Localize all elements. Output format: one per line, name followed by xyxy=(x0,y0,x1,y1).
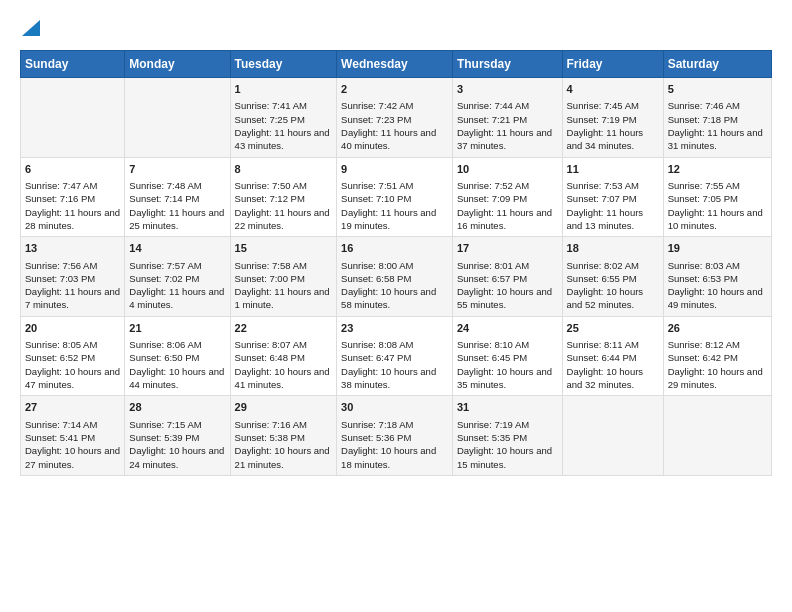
week-row-5: 27Sunrise: 7:14 AMSunset: 5:41 PMDayligh… xyxy=(21,396,772,476)
day-cell: 21Sunrise: 8:06 AMSunset: 6:50 PMDayligh… xyxy=(125,316,230,396)
daylight-text: Daylight: 11 hours and 13 minutes. xyxy=(567,206,659,233)
sunrise-text: Sunrise: 7:19 AM xyxy=(457,418,558,431)
day-cell: 18Sunrise: 8:02 AMSunset: 6:55 PMDayligh… xyxy=(562,237,663,317)
day-cell: 17Sunrise: 8:01 AMSunset: 6:57 PMDayligh… xyxy=(452,237,562,317)
day-cell: 29Sunrise: 7:16 AMSunset: 5:38 PMDayligh… xyxy=(230,396,337,476)
day-number: 1 xyxy=(235,82,333,97)
sunset-text: Sunset: 5:39 PM xyxy=(129,431,225,444)
day-header-thursday: Thursday xyxy=(452,51,562,78)
day-cell: 9Sunrise: 7:51 AMSunset: 7:10 PMDaylight… xyxy=(337,157,453,237)
sunset-text: Sunset: 6:53 PM xyxy=(668,272,767,285)
day-header-monday: Monday xyxy=(125,51,230,78)
sunrise-text: Sunrise: 7:48 AM xyxy=(129,179,225,192)
sunset-text: Sunset: 6:58 PM xyxy=(341,272,448,285)
day-number: 9 xyxy=(341,162,448,177)
day-header-wednesday: Wednesday xyxy=(337,51,453,78)
day-number: 21 xyxy=(129,321,225,336)
daylight-text: Daylight: 11 hours and 43 minutes. xyxy=(235,126,333,153)
daylight-text: Daylight: 10 hours and 49 minutes. xyxy=(668,285,767,312)
day-number: 10 xyxy=(457,162,558,177)
day-number: 26 xyxy=(668,321,767,336)
week-row-3: 13Sunrise: 7:56 AMSunset: 7:03 PMDayligh… xyxy=(21,237,772,317)
sunset-text: Sunset: 7:02 PM xyxy=(129,272,225,285)
day-number: 17 xyxy=(457,241,558,256)
day-number: 27 xyxy=(25,400,120,415)
sunrise-text: Sunrise: 8:10 AM xyxy=(457,338,558,351)
day-number: 7 xyxy=(129,162,225,177)
sunset-text: Sunset: 7:19 PM xyxy=(567,113,659,126)
day-number: 24 xyxy=(457,321,558,336)
calendar-header: SundayMondayTuesdayWednesdayThursdayFrid… xyxy=(21,51,772,78)
day-number: 22 xyxy=(235,321,333,336)
day-cell: 6Sunrise: 7:47 AMSunset: 7:16 PMDaylight… xyxy=(21,157,125,237)
sunset-text: Sunset: 7:21 PM xyxy=(457,113,558,126)
sunset-text: Sunset: 7:03 PM xyxy=(25,272,120,285)
day-number: 31 xyxy=(457,400,558,415)
day-number: 14 xyxy=(129,241,225,256)
daylight-text: Daylight: 11 hours and 28 minutes. xyxy=(25,206,120,233)
sunset-text: Sunset: 7:14 PM xyxy=(129,192,225,205)
day-cell: 30Sunrise: 7:18 AMSunset: 5:36 PMDayligh… xyxy=(337,396,453,476)
daylight-text: Daylight: 10 hours and 18 minutes. xyxy=(341,444,448,471)
week-row-1: 1Sunrise: 7:41 AMSunset: 7:25 PMDaylight… xyxy=(21,78,772,158)
sunrise-text: Sunrise: 7:18 AM xyxy=(341,418,448,431)
sunrise-text: Sunrise: 7:55 AM xyxy=(668,179,767,192)
sunrise-text: Sunrise: 7:44 AM xyxy=(457,99,558,112)
sunrise-text: Sunrise: 7:45 AM xyxy=(567,99,659,112)
day-cell: 28Sunrise: 7:15 AMSunset: 5:39 PMDayligh… xyxy=(125,396,230,476)
sunset-text: Sunset: 6:57 PM xyxy=(457,272,558,285)
sunset-text: Sunset: 5:38 PM xyxy=(235,431,333,444)
day-cell: 22Sunrise: 8:07 AMSunset: 6:48 PMDayligh… xyxy=(230,316,337,396)
sunrise-text: Sunrise: 8:00 AM xyxy=(341,259,448,272)
sunrise-text: Sunrise: 7:52 AM xyxy=(457,179,558,192)
page-header xyxy=(20,20,772,40)
daylight-text: Daylight: 11 hours and 10 minutes. xyxy=(668,206,767,233)
day-number: 19 xyxy=(668,241,767,256)
day-cell: 16Sunrise: 8:00 AMSunset: 6:58 PMDayligh… xyxy=(337,237,453,317)
sunset-text: Sunset: 7:07 PM xyxy=(567,192,659,205)
sunset-text: Sunset: 6:55 PM xyxy=(567,272,659,285)
day-number: 4 xyxy=(567,82,659,97)
day-header-tuesday: Tuesday xyxy=(230,51,337,78)
sunset-text: Sunset: 7:16 PM xyxy=(25,192,120,205)
sunset-text: Sunset: 7:00 PM xyxy=(235,272,333,285)
daylight-text: Daylight: 10 hours and 44 minutes. xyxy=(129,365,225,392)
day-number: 8 xyxy=(235,162,333,177)
day-cell: 3Sunrise: 7:44 AMSunset: 7:21 PMDaylight… xyxy=(452,78,562,158)
sunset-text: Sunset: 6:44 PM xyxy=(567,351,659,364)
day-cell: 1Sunrise: 7:41 AMSunset: 7:25 PMDaylight… xyxy=(230,78,337,158)
daylight-text: Daylight: 11 hours and 1 minute. xyxy=(235,285,333,312)
sunset-text: Sunset: 6:47 PM xyxy=(341,351,448,364)
daylight-text: Daylight: 10 hours and 47 minutes. xyxy=(25,365,120,392)
day-cell: 31Sunrise: 7:19 AMSunset: 5:35 PMDayligh… xyxy=(452,396,562,476)
day-cell: 26Sunrise: 8:12 AMSunset: 6:42 PMDayligh… xyxy=(663,316,771,396)
daylight-text: Daylight: 11 hours and 19 minutes. xyxy=(341,206,448,233)
day-cell: 2Sunrise: 7:42 AMSunset: 7:23 PMDaylight… xyxy=(337,78,453,158)
sunrise-text: Sunrise: 7:47 AM xyxy=(25,179,120,192)
calendar-table: SundayMondayTuesdayWednesdayThursdayFrid… xyxy=(20,50,772,476)
daylight-text: Daylight: 11 hours and 7 minutes. xyxy=(25,285,120,312)
day-cell: 27Sunrise: 7:14 AMSunset: 5:41 PMDayligh… xyxy=(21,396,125,476)
day-number: 20 xyxy=(25,321,120,336)
sunset-text: Sunset: 7:23 PM xyxy=(341,113,448,126)
day-cell: 20Sunrise: 8:05 AMSunset: 6:52 PMDayligh… xyxy=(21,316,125,396)
daylight-text: Daylight: 10 hours and 15 minutes. xyxy=(457,444,558,471)
daylight-text: Daylight: 11 hours and 22 minutes. xyxy=(235,206,333,233)
sunset-text: Sunset: 5:35 PM xyxy=(457,431,558,444)
sunrise-text: Sunrise: 8:05 AM xyxy=(25,338,120,351)
calendar-body: 1Sunrise: 7:41 AMSunset: 7:25 PMDaylight… xyxy=(21,78,772,476)
day-cell: 19Sunrise: 8:03 AMSunset: 6:53 PMDayligh… xyxy=(663,237,771,317)
header-row: SundayMondayTuesdayWednesdayThursdayFrid… xyxy=(21,51,772,78)
day-cell: 5Sunrise: 7:46 AMSunset: 7:18 PMDaylight… xyxy=(663,78,771,158)
sunrise-text: Sunrise: 8:11 AM xyxy=(567,338,659,351)
daylight-text: Daylight: 10 hours and 21 minutes. xyxy=(235,444,333,471)
daylight-text: Daylight: 10 hours and 52 minutes. xyxy=(567,285,659,312)
daylight-text: Daylight: 11 hours and 34 minutes. xyxy=(567,126,659,153)
sunrise-text: Sunrise: 7:16 AM xyxy=(235,418,333,431)
sunset-text: Sunset: 7:09 PM xyxy=(457,192,558,205)
day-header-saturday: Saturday xyxy=(663,51,771,78)
sunrise-text: Sunrise: 8:06 AM xyxy=(129,338,225,351)
daylight-text: Daylight: 11 hours and 37 minutes. xyxy=(457,126,558,153)
sunset-text: Sunset: 6:42 PM xyxy=(668,351,767,364)
day-cell: 11Sunrise: 7:53 AMSunset: 7:07 PMDayligh… xyxy=(562,157,663,237)
